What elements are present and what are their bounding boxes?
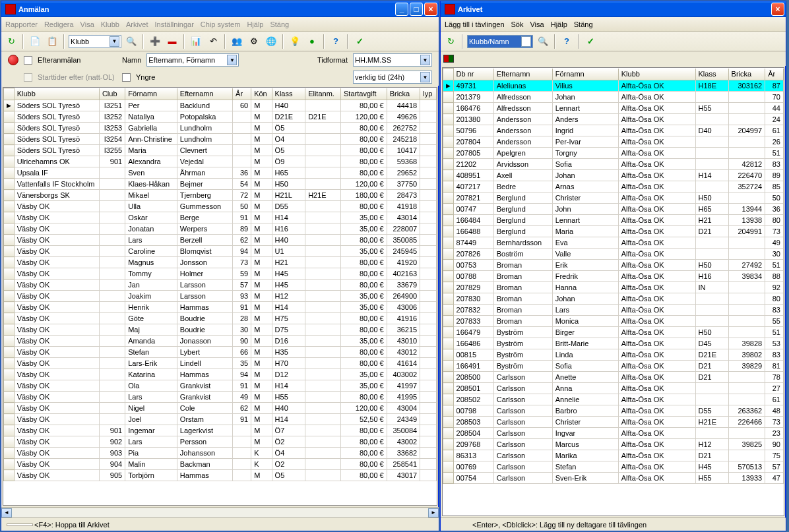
table-row[interactable]: 00753BromanErikAlfta-Ösa OKH502749251 (443, 260, 784, 271)
table-row[interactable]: ▶Söders SOL TyresöI3251PerBacklund60MH40… (4, 100, 437, 111)
table-row[interactable]: Väsby OKCarolineBlomqvist94MU135,00 €245… (4, 246, 437, 257)
table-row[interactable]: Väsby OKTommyHolmer59MH4580,00 €402163 (4, 268, 437, 280)
table-row[interactable]: Väsby OKJonatanWerpers89MH1635,00 €22800… (4, 223, 437, 235)
col-header[interactable]: Bricka (728, 69, 765, 80)
table-row[interactable]: 166476AlfredssonLennartAlfta-Ösa OKH5544 (443, 103, 784, 114)
table-row[interactable]: Väsby OKJoelOrstam91MH1452,50 €24349 (4, 414, 437, 425)
close-button[interactable]: × (424, 3, 437, 16)
efteranmalan-checkbox[interactable] (24, 56, 32, 65)
namn-combo[interactable]: Efternamn, Förnamn▼ (146, 53, 239, 67)
search-icon[interactable]: 🔍 (536, 34, 550, 49)
table-row[interactable]: Väsby OKOlaGrankvist91MH1435,00 €41997 (4, 380, 437, 392)
table-row[interactable]: Väsby OKJanLarsson57MH4580,00 €33679 (4, 280, 437, 291)
col-header[interactable]: Klubb (618, 69, 695, 80)
table-row[interactable]: Upsala IFSvenÅhrman36MH6580,00 €29652 (4, 167, 437, 179)
table-row[interactable]: 208500CarlssonAnetteAlfta-Ösa OKD2178 (443, 372, 784, 383)
table-row[interactable]: 201379AlfredssonJohanAlfta-Ösa OK70 (443, 92, 784, 103)
col-header[interactable]: Efternamn (177, 88, 232, 100)
table-row[interactable]: 21202ArvidssonSofiaAlfta-Ösa OK4281283 (443, 159, 784, 170)
col-header[interactable]: Elitanm. (305, 88, 341, 100)
add-icon[interactable]: ➕ (148, 34, 162, 49)
green-dot-icon[interactable]: ● (305, 34, 319, 49)
search-icon[interactable]: 🔍 (124, 34, 139, 49)
undo-icon[interactable]: ↶ (206, 34, 220, 49)
table-row[interactable]: Väsby OKGöteBoudrie28MH7580,00 €41916 (4, 313, 437, 324)
copy-icon[interactable]: 📄 (28, 34, 42, 49)
refresh-icon[interactable]: ↻ (4, 34, 18, 49)
menu-hjälp[interactable]: Hjälp (247, 20, 263, 28)
menu-redigera[interactable]: Redigera (44, 20, 74, 28)
table-row[interactable]: 50796AnderssonIngridAlfta-Ösa OKD4020499… (443, 125, 784, 136)
table-row[interactable]: 166491ByströmSofiaAlfta-Ösa OKD213982981 (443, 361, 784, 372)
table-row[interactable]: Väsby OKMagnusJonsson73MH2180,00 €41920 (4, 257, 437, 268)
table-row[interactable]: 166484BerglundLennartAlfta-Ösa OKH211393… (443, 215, 784, 226)
chart-icon[interactable]: 📊 (189, 34, 203, 49)
col-header[interactable]: Db nr (453, 69, 493, 80)
table-row[interactable]: Väsby OKNigelCole62MH40120,00 €43004 (4, 403, 437, 414)
yngre-checkbox[interactable] (122, 73, 131, 82)
table-row[interactable]: Vänersborgs SKMikaelTjernberg72MH21LH21E… (4, 190, 437, 201)
col-header[interactable]: Förnamn (552, 69, 618, 80)
table-row[interactable]: 207832BromanLarsAlfta-Ösa OK83 (443, 305, 784, 316)
menu-visa[interactable]: Visa (80, 20, 94, 28)
verklig-combo[interactable]: verklig tid (24h)▼ (353, 71, 432, 84)
check-icon[interactable]: ✓ (583, 34, 598, 49)
table-row[interactable]: 407217BedreArnasAlfta-Ösa OK35272485 (443, 181, 784, 192)
table-row[interactable]: 208504CarlssonIngvarAlfta-Ösa OK23 (443, 428, 784, 439)
paste-icon[interactable]: 📋 (45, 34, 59, 49)
col-header[interactable]: År (233, 88, 251, 100)
col-header[interactable] (4, 88, 15, 100)
table-row[interactable]: 208502CarlssonAnnelieAlfta-Ösa OK61 (443, 394, 784, 405)
col-header[interactable]: År (765, 69, 784, 80)
table-row[interactable]: Söders SOL TyresöI3255MariaClevnertMÖ580… (4, 145, 437, 156)
table-row[interactable]: Väsby OKLarsBerzell62MH4080,00 €350085 (4, 235, 437, 246)
table-row[interactable]: 207804AnderssonPer-IvarAlfta-Ösa OK26 (443, 136, 784, 148)
table-row[interactable]: Väsby OKJoakimLarsson93MH1235,00 €264900 (4, 291, 437, 302)
table-row[interactable]: Väsby OK905TorbjörnHammasMÖ580,00 €43017 (4, 470, 437, 481)
titlebar-left[interactable]: Anmälan _ □ × (1, 1, 439, 17)
arkivet-grid[interactable]: Db nrEfternamnFörnamnKlubbKlassBrickaÅr▶… (442, 67, 784, 516)
menu-klubb[interactable]: Klubb (101, 20, 119, 28)
table-row[interactable]: Väsby OKUllaGummesson50MD5580,00 €41918 (4, 201, 437, 212)
table-row[interactable]: 208503CarlssonChristerAlfta-Ösa OKH21E22… (443, 417, 784, 428)
menu-inställningar[interactable]: Inställningar (155, 20, 194, 28)
flag-icon[interactable] (443, 55, 454, 63)
table-row[interactable]: Väsby OKKatarinaHammas94MD1235,00 €40300… (4, 369, 437, 380)
menu-lägg till i tävlingen[interactable]: Lägg till i tävlingen (445, 20, 505, 28)
table-row[interactable]: 166486ByströmBritt-MarieAlfta-Ösa OKD453… (443, 338, 784, 349)
table-row[interactable]: Väsby OK901IngemarLagerkvistMÖ780,00 €35… (4, 425, 437, 436)
table-row[interactable]: 00788BromanFredrikAlfta-Ösa OKH163983488 (443, 271, 784, 282)
col-header[interactable]: Club (99, 88, 125, 100)
menu-rapporter[interactable]: Rapporter (5, 20, 38, 28)
table-row[interactable]: Söders SOL TyresöI3253GabriellaLundholmM… (4, 123, 437, 134)
table-row[interactable]: 86313CarlssonMarikaAlfta-Ösa OKD2175 (443, 450, 784, 461)
table-row[interactable]: 00798CarlssonBarbroAlfta-Ösa OKD55263362… (443, 405, 784, 417)
table-row[interactable]: Väsby OK903PiaJohanssonKÖ480,00 €33682 (4, 448, 437, 459)
help-icon[interactable]: ? (559, 34, 574, 49)
table-row[interactable]: 166488BerglundMariaAlfta-Ösa OKD21204991… (443, 226, 784, 237)
menu-visa[interactable]: Visa (530, 20, 544, 28)
menu-stäng[interactable]: Stäng (270, 20, 289, 28)
menu-arkivet[interactable]: Arkivet (126, 20, 148, 28)
table-row[interactable]: Ulricehamns OK901AlexandraVejedalMÖ980,0… (4, 156, 437, 167)
col-header[interactable]: Kön (251, 88, 272, 100)
col-header[interactable]: Klass (695, 69, 728, 80)
table-row[interactable]: Vattenfalls IF StockholmKlaes-HåkanBejme… (4, 179, 437, 190)
maximize-button[interactable]: □ (410, 3, 423, 16)
col-header[interactable]: Efternamn (493, 69, 552, 80)
table-row[interactable]: Väsby OKStefanLybert66MH3580,00 €43012 (4, 347, 437, 358)
table-row[interactable]: Väsby OKLarsGrankvist49MH5580,00 €41995 (4, 392, 437, 403)
table-row[interactable]: Söders SOL TyresöI3254Ann-ChristineLundh… (4, 134, 437, 145)
col-header[interactable]: Klass (272, 88, 305, 100)
delete-icon[interactable]: ▬ (165, 34, 179, 49)
col-header[interactable]: Bricka (387, 88, 420, 100)
globe-icon[interactable]: 🌐 (264, 34, 278, 49)
table-row[interactable]: Väsby OKAmandaJonasson90MD1635,00 €43010 (4, 336, 437, 347)
table-row[interactable]: Väsby OKMajBoudrie30MD7580,00 €36215 (4, 324, 437, 336)
menu-stäng[interactable]: Stäng (574, 20, 593, 28)
col-header[interactable]: Klubb (14, 88, 99, 100)
check-icon[interactable]: ✓ (352, 34, 367, 49)
klubb-combo[interactable]: Klubb▼ (69, 35, 121, 48)
gear-icon[interactable]: ⚙ (247, 34, 261, 49)
table-row[interactable]: 209768CarlssonMarcusAlfta-Ösa OKH1239825… (443, 439, 784, 450)
